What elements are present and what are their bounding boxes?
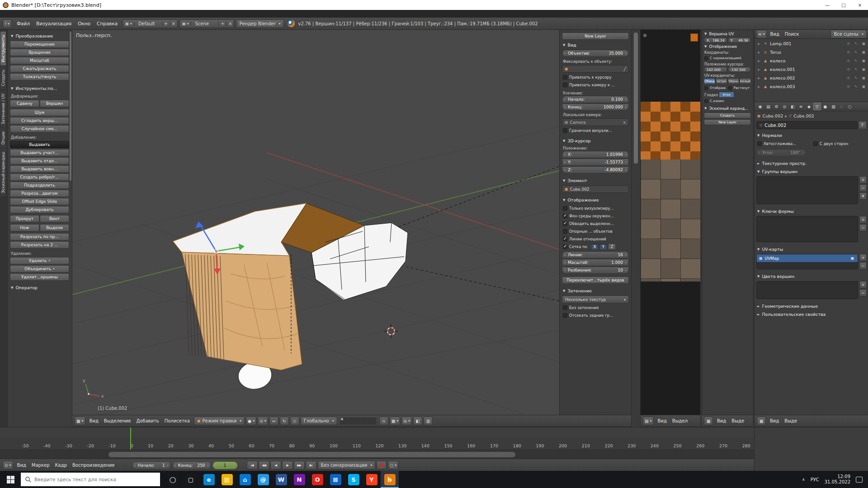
toolshelf-button[interactable]: Разреза...двигом [10, 190, 69, 197]
grid-axis-toggle[interactable]: X [591, 244, 599, 250]
expand-icon[interactable]: + [756, 41, 761, 46]
panel-header-custom-props[interactable]: Пользовательские свойства [756, 310, 867, 318]
taskbar-app-icon[interactable]: O [308, 471, 326, 488]
toolshelf-menu-button[interactable]: Объединить [10, 265, 69, 272]
keying-set-dropdown[interactable]: ○ [388, 461, 398, 469]
selectability-icon[interactable] [853, 67, 859, 71]
editor-type-3d-icon[interactable]: ▦ [75, 417, 85, 425]
editor-type-info-icon[interactable]: i [3, 19, 12, 28]
outliner-item[interactable]: + ▲ колесо.001 [755, 65, 868, 74]
toolshelf-tab[interactable]: Инструменты [0, 32, 6, 66]
remove-shape-key-button[interactable]: − [859, 224, 867, 231]
uv-display-mode-button[interactable]: Обвод [704, 78, 715, 84]
panel-header-uv-maps[interactable]: UV-карты [756, 245, 867, 253]
opengl-render-anim-icon[interactable]: ▥ [424, 417, 433, 425]
checkbox-box[interactable] [563, 229, 567, 234]
renderability-icon[interactable] [861, 59, 867, 63]
datablock-name-field[interactable]: ▽ Cube.002 [756, 121, 858, 129]
expand-icon[interactable]: + [756, 67, 761, 72]
editor-type-timeline-icon[interactable]: ⊙ [3, 461, 13, 469]
current-frame-playhead[interactable] [130, 427, 131, 450]
selectability-icon[interactable] [853, 59, 859, 63]
toolshelf-button[interactable]: Шум [10, 109, 69, 116]
language-indicator[interactable]: РУС [811, 477, 819, 482]
window-control-button[interactable]: × [852, 0, 868, 10]
proportional-edit-dropdown[interactable]: ◎ [401, 417, 412, 425]
lens-field[interactable]: Объектив:35.000 [562, 50, 629, 57]
taskbar-app-icon[interactable]: ⌂ [236, 471, 254, 488]
panel-header-uv-vertex[interactable]: Вершина UV [704, 31, 751, 37]
item-name-field[interactable]: ▣ Cube.002 [562, 185, 629, 193]
expand-icon[interactable]: + [756, 75, 761, 80]
panel-header-vertex-groups[interactable]: Группы вершин [756, 167, 867, 175]
editor-type-icon[interactable]: ▦ [704, 417, 713, 425]
cursor-y-field[interactable]: Y:-1.55773 [562, 159, 629, 166]
border-render-checkbox[interactable]: Граничная визуали... [563, 127, 628, 134]
renderability-icon[interactable] [861, 42, 867, 46]
clip-start-field[interactable]: Начало:0.100 [562, 96, 629, 103]
panel-header-display[interactable]: Отображение [562, 196, 629, 204]
panel-header-vertex-colors[interactable]: Цвета вершин [756, 272, 867, 280]
scene-add-icon[interactable] [218, 21, 226, 26]
pivot-dropdown[interactable]: ⊙ [258, 417, 268, 425]
uv-vertex-x-field[interactable]: X:186.24 [704, 38, 727, 43]
selectability-icon[interactable] [853, 42, 859, 46]
uv-render-icon[interactable] [849, 256, 855, 260]
properties-tab-icon[interactable]: ◧ [789, 103, 797, 110]
outliner-scope-dropdown[interactable]: Все сцены [830, 30, 867, 38]
frame-start-field[interactable]: Начало:1 [132, 461, 171, 469]
screen-layout-add-icon[interactable] [162, 21, 170, 26]
outliner-item[interactable]: + ▲ колесо.002 [755, 74, 868, 82]
infobar-menu[interactable]: Справка [94, 19, 121, 28]
uv-image-editor[interactable]: ⊕ [641, 30, 700, 415]
opengl-render-icon[interactable]: ◧ [413, 417, 422, 425]
properties-tab-icon[interactable]: ○ [846, 103, 854, 110]
toolshelf-button[interactable]: Создать ребро/г... [10, 174, 69, 181]
layers-widget[interactable] [340, 418, 376, 424]
panel-header-normals[interactable]: Нормали [756, 131, 867, 139]
scene-browse-icon[interactable]: ▦ [180, 22, 192, 26]
backface-checkbox[interactable]: Отсекать задние гр... [563, 312, 628, 319]
panel-header-uv-display[interactable]: Отображение [704, 43, 751, 50]
properties-tab-icon[interactable]: ◉ [756, 103, 764, 110]
lock-object-field[interactable]: ▣ ╱ [562, 65, 629, 73]
shadeless-checkbox[interactable]: Без затенения [563, 305, 628, 311]
toolshelf-button[interactable]: Сдвину [10, 100, 39, 107]
expand-icon[interactable]: + [756, 50, 761, 55]
infobar-menu[interactable]: Файл [14, 19, 33, 28]
orientation-dropdown[interactable]: Глобально [301, 417, 337, 425]
screen-layout-name[interactable]: Default [135, 21, 162, 26]
toolshelf-button[interactable]: Разрезать на 2 ... [10, 241, 69, 249]
eyedropper-icon[interactable]: ╱ [624, 67, 626, 71]
panel-header-view[interactable]: Вид [562, 41, 629, 49]
properties-tab-icon[interactable]: ▤ [764, 103, 772, 110]
display-checkbox[interactable]: Только визуализиру... [563, 205, 628, 211]
notification-icon[interactable] [856, 477, 863, 483]
uv-editor-menu[interactable]: Выдел [670, 418, 690, 424]
gpencil-create-button[interactable]: Создать [704, 113, 751, 118]
snap-element-dropdown[interactable]: ▦ [390, 417, 401, 425]
taskbar-app-icon[interactable]: W [272, 471, 290, 488]
add-vertex-group-button[interactable]: + [859, 176, 867, 183]
outliner-item[interactable]: + ▲ колесо [755, 56, 868, 65]
toolshelf-button[interactable]: Offset Edge Slide [10, 198, 69, 205]
view3d-menu[interactable]: Вид [87, 418, 101, 424]
view3d-menu[interactable]: Выделение [101, 418, 134, 424]
uv-panel-menu[interactable]: Вид [714, 418, 729, 424]
selectability-icon[interactable] [853, 50, 859, 54]
properties-tab-icon[interactable]: ● [821, 103, 829, 110]
view3d-menu[interactable]: Полисетка [162, 418, 193, 424]
taskbar-search[interactable] [21, 473, 160, 486]
remove-uv-map-button[interactable]: − [859, 262, 867, 269]
uv-display-mode-button[interactable]: Штри [716, 78, 727, 84]
toolshelf-button[interactable]: Толкать/тянуть [10, 73, 69, 80]
screen-layout-delete-icon[interactable] [170, 21, 177, 26]
gpencil-new-layer-button[interactable]: New Layer [704, 119, 751, 125]
renderability-icon[interactable] [861, 76, 867, 80]
properties-tab-icon[interactable]: ◎ [781, 103, 788, 110]
screen-layout-selector[interactable]: ▦ Default [123, 19, 178, 28]
shape-keys-list[interactable] [756, 216, 858, 242]
renderability-icon[interactable] [861, 67, 867, 71]
add-shape-key-button[interactable]: + [859, 216, 867, 223]
toolshelf-button[interactable]: Масштаб [10, 57, 69, 64]
